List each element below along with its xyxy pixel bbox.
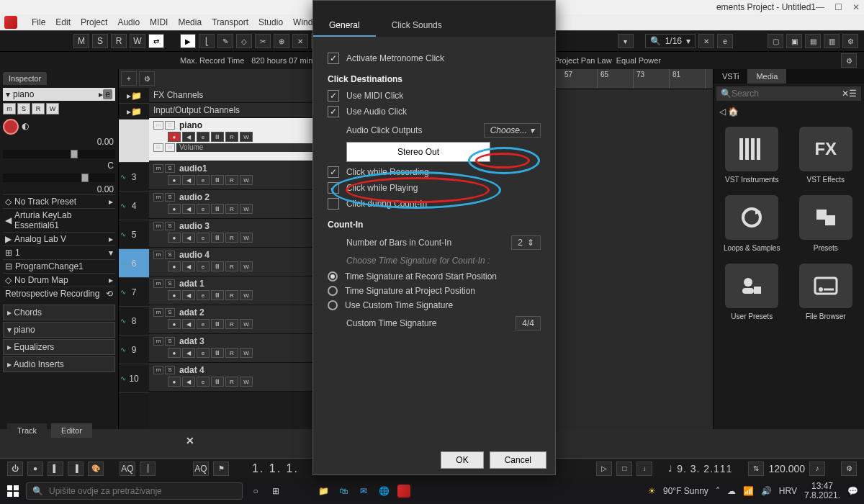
write-icon[interactable]: W	[240, 290, 253, 300]
arrow-tool[interactable]: ▶	[180, 34, 196, 48]
write-button[interactable]: W	[130, 34, 145, 48]
clock-date[interactable]: 7.8.2021.	[804, 491, 840, 500]
edit-icon[interactable]: e	[197, 233, 210, 243]
transport-rec-icon[interactable]: ●	[27, 462, 43, 476]
rec-icon[interactable]: ●	[168, 290, 181, 300]
mute-button[interactable]: M	[73, 34, 89, 48]
tempo-track-icon[interactable]: ⇅	[748, 462, 764, 476]
aq-button[interactable]: AQ	[120, 462, 135, 476]
lanes-icon[interactable]: Ⅲ	[211, 233, 224, 243]
volume-label[interactable]: Volume	[176, 143, 328, 152]
read-icon[interactable]: R	[225, 132, 238, 142]
insp-w-button[interactable]: W	[46, 103, 59, 114]
quantize-value[interactable]: 1/16	[665, 36, 682, 46]
rec-icon[interactable]: ●	[168, 377, 181, 387]
windows-start-icon[interactable]	[6, 484, 20, 498]
cancel-button[interactable]: Cancel	[490, 451, 546, 469]
rec-icon[interactable]: ●	[168, 233, 181, 243]
program-label[interactable]: ProgramChange1	[12, 261, 113, 271]
monitor-icon[interactable]: ◀	[182, 261, 195, 271]
chevron-right-icon[interactable]: ▸	[7, 307, 14, 318]
menu-file[interactable]: File	[32, 17, 45, 27]
chrome-icon[interactable]: 🌐	[377, 484, 391, 498]
write-icon[interactable]: W	[240, 377, 253, 387]
lanes-icon[interactable]: Ⅲ	[211, 290, 224, 300]
lanes-icon[interactable]: Ⅲ	[211, 377, 224, 387]
transport-gear-icon[interactable]: ⚙	[841, 462, 857, 476]
play-button[interactable]: ▷	[596, 462, 612, 476]
layout-b-icon[interactable]: ▣	[786, 34, 802, 48]
write-icon[interactable]: W	[240, 233, 253, 243]
info-gear-icon[interactable]: ⚙	[841, 53, 857, 68]
chevron-right-icon[interactable]: ▸	[7, 342, 14, 352]
tab-editor[interactable]: Editor	[51, 423, 92, 438]
toolbar-e-icon[interactable]: e	[717, 34, 733, 48]
track-row[interactable]: mSaudio 4●◀eⅢRW	[149, 248, 333, 276]
tap-tempo-icon[interactable]: ♪	[809, 462, 825, 476]
track-config-button[interactable]: ⚙	[139, 71, 155, 86]
read-icon[interactable]: R	[225, 290, 238, 300]
transport-a-icon[interactable]: ▌	[48, 462, 63, 476]
preset-label[interactable]: No Track Preset	[12, 197, 109, 207]
monitor-icon[interactable]: ◀	[182, 175, 195, 185]
tab-media[interactable]: Media	[747, 69, 786, 84]
cubase-taskbar-icon[interactable]	[397, 484, 411, 498]
minimize-icon[interactable]: —	[816, 2, 824, 12]
menu-media[interactable]: Media	[178, 17, 202, 27]
onedrive-icon[interactable]: ☁	[727, 486, 736, 496]
tab-general[interactable]: General	[313, 15, 376, 37]
read-icon[interactable]: R	[225, 261, 238, 271]
read-icon[interactable]: R	[225, 377, 238, 387]
chevron-down-icon[interactable]: ▾	[7, 325, 14, 335]
cycle-button[interactable]: ↓	[636, 462, 652, 476]
editor-close-icon[interactable]: ✕	[186, 435, 194, 446]
stop-button[interactable]: □	[616, 462, 632, 476]
glue-tool[interactable]: ⊕	[274, 34, 289, 48]
mail-icon[interactable]: ✉	[356, 484, 371, 498]
chevron-right-icon[interactable]: ▸	[109, 197, 113, 207]
read-icon[interactable]: R	[225, 233, 238, 243]
monitor-icon[interactable]: ◀	[182, 290, 195, 300]
position-display[interactable]: 1. 1. 1.	[252, 462, 299, 475]
color-picker-icon[interactable]: ▾	[618, 34, 634, 48]
close-icon[interactable]: ✕	[852, 2, 860, 12]
color-palette-icon[interactable]: 🎨	[88, 462, 104, 476]
write-icon[interactable]: W	[240, 204, 253, 214]
cortana-icon[interactable]: ○	[248, 484, 263, 498]
edit-icon[interactable]: e	[197, 348, 210, 358]
read-icon[interactable]: R	[225, 319, 238, 329]
insp-s-button[interactable]: S	[17, 103, 30, 114]
maximize-icon[interactable]: ☐	[834, 2, 842, 12]
click-countin-checkbox[interactable]	[328, 198, 339, 210]
menu-transport[interactable]: Transport	[212, 17, 248, 27]
read-icon[interactable]: R	[225, 175, 238, 185]
erase-tool[interactable]: ◇	[236, 34, 252, 48]
sec-chords[interactable]: Chords	[14, 307, 42, 318]
edit-icon[interactable]: e	[197, 319, 210, 329]
aq-button-2[interactable]: AQ	[193, 462, 209, 476]
lanes-icon[interactable]: Ⅲ	[211, 204, 224, 214]
media-user-presets[interactable]: User Presets	[721, 264, 783, 320]
menu-audio[interactable]: Audio	[117, 17, 140, 27]
rec-icon[interactable]: ●	[168, 319, 181, 329]
midi-click-checkbox[interactable]	[328, 90, 339, 102]
monitor-icon[interactable]: ◀	[182, 204, 195, 214]
weather-text[interactable]: 90°F Sunny	[663, 486, 708, 496]
edit-icon[interactable]: e	[103, 89, 112, 99]
retro-label[interactable]: Retrospective Recording	[5, 289, 106, 299]
position-2[interactable]: 9. 3. 2.111	[677, 463, 732, 474]
track-row[interactable]: mSaudio1●◀eⅢRW	[149, 161, 333, 190]
ts-custom-radio[interactable]	[328, 300, 338, 310]
menu-project[interactable]: Project	[81, 17, 107, 27]
store-icon[interactable]: 🛍	[336, 484, 351, 498]
monitor-icon[interactable]: ◀	[182, 377, 195, 387]
edit-icon[interactable]: e	[197, 261, 210, 271]
split-tool[interactable]: ✂	[255, 34, 271, 48]
add-track-button[interactable]: +	[121, 71, 137, 86]
media-loops[interactable]: Loops & Samples	[721, 195, 783, 252]
track-piano[interactable]: m S piano ● ◀ e Ⅲ R W R W	[149, 118, 333, 161]
taskbar-search-input[interactable]	[49, 486, 236, 496]
monitor-icon[interactable]: ◀	[182, 233, 195, 243]
volume-icon[interactable]: 🔊	[761, 486, 772, 496]
monitor-icon[interactable]: ◀	[182, 319, 195, 329]
